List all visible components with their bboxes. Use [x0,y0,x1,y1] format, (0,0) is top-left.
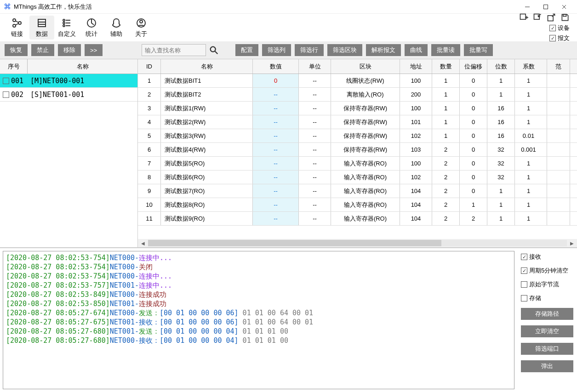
filter-port-button[interactable]: 筛选端口 [521,343,573,355]
tab-stats[interactable]: 统计 [79,16,104,40]
titlebar: ⌘ MThings 高效工作，快乐生活 [0,0,577,14]
save-icon[interactable] [560,13,570,22]
maximize-button[interactable] [537,0,555,14]
console-line: [2020-08-27 08:05:27-680]NET000-接收：[00 0… [6,336,511,345]
action-bar: 恢复 禁止 移除 >> 配置 筛选列 筛选行 筛选区块 解析报文 曲线 批量读 … [0,41,577,59]
table-row[interactable]: 5测试数据3(RW)----保持寄存器(RW)10210160.01 [138,129,577,143]
console-line: [2020-08-27 08:05:27-674]NET000-发送：[00 0… [6,308,511,318]
device-check-label: 设备 [558,24,570,32]
svg-line-7 [15,21,18,23]
data-table-header: ID 名称 数值 单位 区块 地址 数量 位偏移 位数 系数 范 [138,59,577,74]
search-icon[interactable] [209,45,219,55]
custom-icon [61,17,72,29]
right-panel: ID 名称 数值 单位 区块 地址 数量 位偏移 位数 系数 范 1测试数据BI… [138,59,577,247]
svg-point-16 [63,25,65,27]
clear-now-button[interactable]: 立即清空 [521,325,573,337]
console-line: [2020-08-27 08:02:53-757]NET001-连接中... [6,281,511,290]
period-clear-checkbox[interactable]: ✓周期5分钟清空 [521,267,573,275]
store-checkbox[interactable]: 存储 [521,294,573,302]
col-id: ID [138,59,161,74]
svg-rect-1 [544,5,548,9]
col-addr: 地址 [400,59,432,74]
close-button[interactable] [555,0,573,14]
table-row[interactable]: 3测试数据1(RW)----保持寄存器(RW)10010161 [138,102,577,115]
col-bitoff: 位偏移 [460,59,487,74]
left-panel: 序号 名称 001[M]NET000-001002[S]NET001-001 [0,59,138,247]
svg-rect-21 [520,14,526,20]
console-line: [2020-08-27 08:02:53-754]NET000-连接中... [6,253,511,262]
device-checkbox[interactable]: ✓设备 [549,24,570,32]
svg-rect-26 [563,14,566,16]
minimize-button[interactable] [518,0,537,14]
app-logo-icon: ⌘ [4,2,11,11]
tab-custom[interactable]: 自定义 [54,16,79,40]
forbid-button[interactable]: 禁止 [31,44,54,56]
about-icon [136,17,147,29]
col-unit: 单位 [299,59,331,74]
col-extra: 范 [547,59,570,74]
table-row[interactable]: 8测试数据6(RO)----输入寄存器(RO)10220321 [138,170,577,184]
console-line: [2020-08-27 08:02:53-850]NET001-连接成功 [6,299,511,308]
more-button[interactable]: >> [85,44,103,56]
search-input[interactable] [142,44,206,56]
filter-block-button[interactable]: 筛选区块 [327,44,362,56]
data-icon [36,17,47,29]
console-line: [2020-08-27 08:02:53-754]NET000-连接中... [6,272,511,281]
console-controls: ✓接收 ✓周期5分钟清空 原始字节流 存储 存储路径 立即清空 筛选端口 弹出 [517,248,577,392]
col-bits: 位数 [487,59,515,74]
export-icon[interactable] [547,13,556,22]
h-scrollbar[interactable]: ◀ ▶ [138,239,577,247]
console-line: [2020-08-27 08:02:53-754]NET000-关闭 [6,262,511,272]
table-row[interactable]: 11测试数据9(RO)----输入寄存器(RO)1042211 [138,212,577,226]
recv-checkbox[interactable]: ✓接收 [521,253,573,261]
tab-link[interactable]: 链接 [5,16,29,40]
col-value: 数值 [253,59,299,74]
filter-col-button[interactable]: 筛选列 [262,44,291,56]
device-row[interactable]: 001[M]NET000-001 [0,74,137,88]
remove-button[interactable]: 移除 [58,44,81,56]
table-row[interactable]: 9测试数据7(RO)----输入寄存器(RO)1042011 [138,184,577,198]
console-output[interactable]: [2020-08-27 08:02:53-754]NET000-连接中...[2… [3,251,514,389]
filter-row-button[interactable]: 筛选行 [295,44,324,56]
tab-data[interactable]: 数据 [29,16,54,40]
col-qty: 数量 [432,59,460,74]
svg-point-12 [63,19,65,21]
left-col-name: 名称 [28,59,137,74]
svg-line-28 [215,51,218,54]
table-row[interactable]: 1测试数据BIT10--线圈状态(RW)1001011 [138,74,577,88]
stats-icon [86,17,97,29]
curve-button[interactable]: 曲线 [405,44,428,56]
window-title: MThings 高效工作，快乐生活 [14,3,518,11]
assist-icon [111,17,122,29]
scroll-right-icon[interactable]: ▶ [569,240,575,246]
table-row[interactable]: 4测试数据2(RW)----保持寄存器(RW)10110161 [138,115,577,129]
console-line: [2020-08-27 08:05:27-680]NET001-发送：[00 0… [6,327,511,336]
svg-rect-9 [38,19,46,27]
table-row[interactable]: 10测试数据8(RO)----输入寄存器(RO)1042111 [138,198,577,212]
table-row[interactable]: 6测试数据4(RW)----保持寄存器(RW)10320320.001 [138,143,577,157]
popout-button[interactable]: 弹出 [521,360,573,372]
svg-line-8 [15,23,18,25]
new-window-icon[interactable] [519,13,528,22]
batch-read-button[interactable]: 批量读 [431,44,460,56]
console-line: [2020-08-27 08:02:53-849]NET000-连接成功 [6,290,511,299]
svg-point-27 [211,47,216,52]
recover-button[interactable]: 恢复 [5,44,28,56]
store-path-button[interactable]: 存储路径 [521,308,573,320]
parse-packet-button[interactable]: 解析报文 [366,44,401,56]
device-row[interactable]: 002[S]NET001-001 [0,88,137,102]
row-checkbox[interactable] [3,91,9,98]
import-icon[interactable] [533,13,542,22]
tab-assist[interactable]: 辅助 [104,16,129,40]
batch-write-button[interactable]: 批量写 [464,44,493,56]
table-row[interactable]: 2测试数据BIT2----离散输入(RO)2001011 [138,88,577,102]
config-button[interactable]: 配置 [235,44,258,56]
table-row[interactable]: 7测试数据5(RO)----输入寄存器(RO)10020321 [138,157,577,170]
row-checkbox[interactable] [3,78,9,84]
raw-bytes-checkbox[interactable]: 原始字节流 [521,280,573,289]
tab-about[interactable]: 关于 [129,16,154,40]
col-coef: 系数 [515,59,547,74]
svg-point-20 [140,20,143,23]
scroll-left-icon[interactable]: ◀ [140,240,146,246]
svg-point-6 [18,22,21,24]
